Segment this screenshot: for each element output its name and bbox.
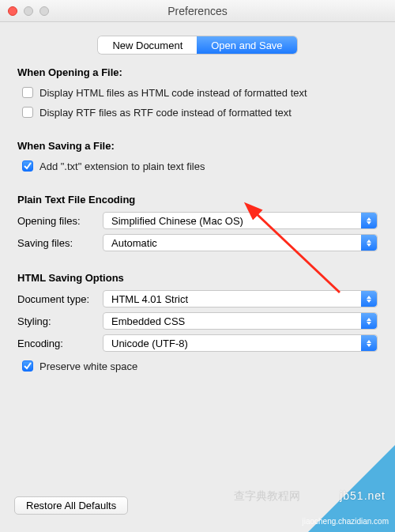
section-saving-title: When Saving a File:	[17, 140, 378, 152]
section-encoding-title: Plain Text File Encoding	[17, 194, 378, 206]
updown-icon	[361, 213, 377, 228]
section-opening-title: When Opening a File:	[17, 66, 378, 78]
checkbox-checked-icon[interactable]	[22, 160, 33, 172]
doc-type-dropdown[interactable]: HTML 4.01 Strict	[103, 290, 378, 308]
saving-files-label: Saving files:	[17, 237, 103, 249]
opening-files-dropdown[interactable]: Simplified Chinese (Mac OS)	[103, 212, 378, 229]
saving-files-dropdown[interactable]: Automatic	[103, 234, 378, 251]
checkbox-unchecked-icon[interactable]	[22, 107, 33, 118]
tab-new-document[interactable]: New Document	[98, 36, 197, 54]
window-title: Preferences	[0, 5, 395, 17]
updown-icon	[361, 313, 377, 329]
styling-label: Styling:	[17, 315, 103, 327]
preserve-whitespace-label: Preserve white space	[40, 360, 137, 372]
watermark-site2: jiaocheng.chazidian.com	[302, 517, 389, 526]
tab-bar: New Document Open and Save	[17, 36, 378, 54]
saving-files-value: Automatic	[111, 237, 157, 249]
display-html-label: Display HTML files as HTML code instead …	[40, 87, 307, 99]
updown-icon	[361, 335, 377, 351]
tab-open-and-save[interactable]: Open and Save	[197, 36, 296, 54]
checkbox-checked-icon[interactable]	[22, 360, 33, 372]
encoding-dropdown[interactable]: Unicode (UTF-8)	[103, 334, 378, 352]
opening-files-label: Opening files:	[17, 215, 103, 227]
styling-value: Embedded CSS	[111, 315, 185, 327]
add-txt-label: Add ".txt" extension to plain text files	[40, 160, 205, 172]
display-rtf-label: Display RTF files as RTF code instead of…	[40, 107, 292, 119]
styling-dropdown[interactable]: Embedded CSS	[103, 312, 378, 330]
watermark-cn-text: 查字典教程网	[234, 489, 300, 504]
updown-icon	[361, 235, 377, 251]
opening-files-value: Simplified Chinese (Mac OS)	[111, 215, 243, 227]
display-rtf-checkbox-row[interactable]: Display RTF files as RTF code instead of…	[22, 104, 378, 120]
restore-defaults-button[interactable]: Restore All Defaults	[14, 496, 128, 515]
titlebar: Preferences	[0, 0, 395, 22]
checkbox-unchecked-icon[interactable]	[22, 87, 33, 98]
watermark: 查字典教程网 jb51.net jiaocheng.chazidian.com	[198, 461, 395, 532]
doc-type-value: HTML 4.01 Strict	[111, 293, 188, 305]
encoding-value: Unicode (UTF-8)	[111, 338, 188, 349]
encoding-label: Encoding:	[17, 338, 103, 349]
add-txt-checkbox-row[interactable]: Add ".txt" extension to plain text files	[22, 158, 378, 174]
updown-icon	[361, 291, 377, 307]
section-html-title: HTML Saving Options	[17, 272, 378, 284]
watermark-site1: jb51.net	[340, 489, 386, 502]
content-area: New Document Open and Save When Opening …	[0, 22, 395, 532]
doc-type-label: Document type:	[17, 293, 103, 305]
display-html-checkbox-row[interactable]: Display HTML files as HTML code instead …	[22, 85, 378, 100]
preserve-whitespace-row[interactable]: Preserve white space	[22, 358, 378, 374]
